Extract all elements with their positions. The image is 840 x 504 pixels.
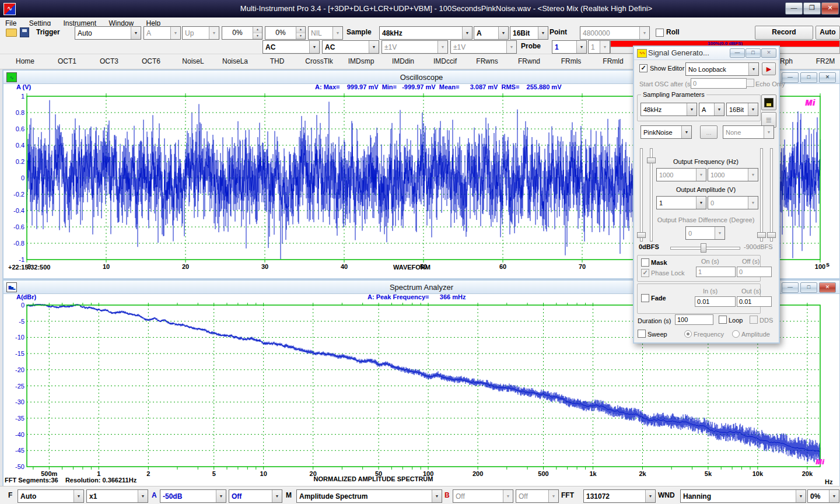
output-slider-track-a[interactable] — [640, 148, 643, 242]
tab-rph[interactable]: Rph — [780, 57, 793, 65]
duration-input[interactable]: 100 — [675, 314, 713, 325]
close-button[interactable]: ✕ — [821, 2, 839, 15]
sample-rate-select[interactable]: 48kHz▼ — [379, 26, 473, 40]
output-fine-slider-b[interactable] — [760, 148, 763, 242]
restore-button[interactable]: □ — [746, 48, 761, 58]
phase-lock-checkbox[interactable]: ✓ — [641, 269, 649, 277]
tab-oct1[interactable]: OCT1 — [58, 57, 76, 65]
a-range-select[interactable]: -50dB▼ — [160, 489, 226, 503]
save-signal-button[interactable] — [761, 94, 776, 110]
mask-on-input[interactable]: 1 — [696, 267, 736, 277]
generator-rate-select[interactable]: 48kHz▼ — [640, 103, 697, 116]
output-slider-track-b[interactable] — [770, 148, 773, 242]
amplitude-b-select[interactable]: 0▼ — [708, 196, 758, 209]
tab-frwnd[interactable]: FRwnd — [518, 57, 540, 65]
b-reference-select[interactable]: Off▼ — [516, 489, 559, 503]
window-function-select[interactable]: Hanning▼ — [680, 489, 806, 503]
chevron-down-icon: ▼ — [639, 27, 649, 39]
point-count-select[interactable]: 4800000▼ — [580, 26, 650, 40]
a-reference-select[interactable]: Off▼ — [229, 489, 282, 503]
tab-noisela[interactable]: NoiseLa — [222, 57, 248, 65]
frequency-b-select[interactable]: 1000▼ — [708, 168, 758, 181]
range-b-select[interactable]: ±1V▼ — [450, 40, 517, 54]
save-icon[interactable] — [20, 27, 29, 37]
trigger-source-select[interactable]: A▼ — [144, 26, 181, 40]
sweep-frequency-radio[interactable] — [684, 330, 692, 338]
loopback-select[interactable]: No Loopback▼ — [685, 62, 759, 76]
dbfs-slider-handle[interactable] — [701, 243, 706, 253]
trigger-edge-select[interactable]: Up▼ — [182, 26, 219, 40]
tab-imddin[interactable]: IMDdin — [392, 57, 414, 65]
more-button[interactable]: ... — [700, 125, 718, 139]
range-a-select[interactable]: ±1V▼ — [382, 40, 448, 54]
trigger-frequency-select[interactable]: NIL▼ — [308, 26, 343, 40]
coupling-a-select[interactable]: AC▼ — [262, 40, 320, 54]
tab-frwns[interactable]: FRwns — [476, 57, 498, 65]
mask-checkbox[interactable] — [641, 258, 649, 267]
show-editor-checkbox[interactable]: ✓ — [639, 64, 648, 72]
auto-button[interactable]: Auto — [816, 26, 840, 40]
minimize-button[interactable]: — — [782, 282, 799, 293]
overlap-select[interactable]: 0%▼ — [807, 489, 839, 503]
open-file-icon[interactable] — [6, 29, 17, 37]
frequency-axis-select[interactable]: Auto▼ — [18, 489, 84, 503]
tab-crosstlk[interactable]: CrossTlk — [305, 57, 332, 65]
dds-checkbox[interactable] — [750, 316, 758, 324]
generator-start-button[interactable]: ▶ — [762, 62, 776, 75]
phase-select[interactable]: 0▼ — [685, 226, 725, 240]
roll-checkbox[interactable] — [656, 29, 664, 37]
sweep-amplitude-radio[interactable] — [732, 330, 740, 338]
tab-frmls[interactable]: FRmls — [561, 57, 582, 65]
sweep-checkbox[interactable] — [638, 330, 646, 338]
tab-imdccif[interactable]: IMDccif — [433, 57, 457, 65]
maximize-button[interactable]: ❐ — [803, 2, 821, 15]
frequency-a-select[interactable]: 1000▼ — [656, 168, 706, 181]
echo-only-checkbox[interactable] — [746, 79, 754, 87]
close-button[interactable]: ✕ — [761, 48, 776, 58]
coupling-b-select[interactable]: AC▼ — [322, 40, 379, 54]
modulation-select[interactable]: None▼ — [723, 125, 774, 139]
tab-noisel[interactable]: NoiseL — [182, 57, 204, 65]
tab-imdsmp[interactable]: IMDsmp — [348, 57, 374, 65]
restore-button[interactable]: □ — [800, 72, 817, 83]
output-fine-handle-a[interactable] — [647, 158, 656, 163]
generator-bits-select[interactable]: 16Bit▼ — [726, 103, 758, 116]
mask-off-input[interactable]: 0 — [737, 267, 772, 277]
minimize-button[interactable]: — — [785, 2, 803, 15]
tab-fr2m[interactable]: FR2M — [816, 57, 835, 65]
close-button[interactable]: ✕ — [819, 72, 836, 83]
tab-home[interactable]: Home — [16, 57, 34, 65]
tab-oct6[interactable]: OCT6 — [142, 57, 160, 65]
probe-a-select[interactable]: 1▼ — [552, 40, 587, 54]
signal-generator-title-bar[interactable]: ∿∿ Signal Generato... — □ ✕ — [634, 47, 779, 60]
trigger-level-spinner[interactable]: 0%▲▼ — [222, 26, 262, 40]
sample-bits-select[interactable]: 16Bit▼ — [510, 26, 548, 40]
zoom-factor-select[interactable]: x1▼ — [86, 489, 148, 503]
probe-b-select[interactable]: 1▼ — [588, 40, 610, 54]
b-range-select[interactable]: Off▼ — [453, 489, 513, 503]
minimize-button[interactable]: — — [730, 48, 745, 58]
fade-out-input[interactable]: 0.01 — [737, 296, 772, 307]
fade-checkbox[interactable] — [641, 294, 649, 302]
tab-frmld[interactable]: FRmld — [603, 57, 623, 65]
trigger-delay-spinner[interactable]: 0%▲▼ — [265, 26, 306, 40]
output-fine-handle-b[interactable] — [757, 232, 766, 238]
output-slider-handle-a[interactable] — [637, 232, 646, 238]
generator-channel-select[interactable]: A▼ — [699, 103, 724, 116]
fft-size-select[interactable]: 131072▼ — [583, 489, 656, 503]
tab-oct3[interactable]: OCT3 — [100, 57, 118, 65]
output-slider-handle-b[interactable] — [767, 232, 776, 238]
waveform-select[interactable]: PinkNoise▼ — [640, 125, 692, 139]
start-osc-input[interactable]: 0 — [691, 78, 747, 89]
display-mode-select[interactable]: Amplitude Spectrum▼ — [296, 489, 442, 503]
restore-button[interactable]: □ — [800, 282, 817, 293]
record-button[interactable]: Record — [755, 26, 813, 40]
trigger-mode-select[interactable]: Auto▼ — [75, 26, 141, 40]
close-button[interactable]: ✕ — [819, 282, 836, 293]
amplitude-a-select[interactable]: 1▼ — [656, 196, 706, 209]
svg-text:-35: -35 — [15, 415, 24, 422]
sample-channel-select[interactable]: A▼ — [474, 26, 509, 40]
tab-thd[interactable]: THD — [270, 57, 285, 65]
fade-in-input[interactable]: 0.01 — [695, 296, 736, 307]
loop-checkbox[interactable] — [719, 316, 727, 324]
